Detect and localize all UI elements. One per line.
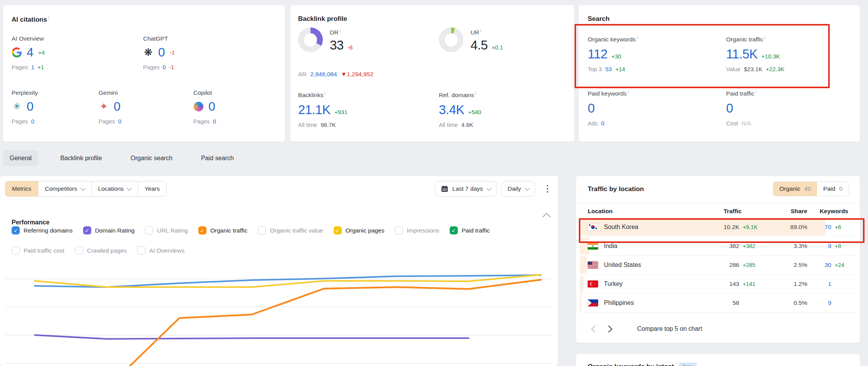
- keywords-value[interactable]: 70: [807, 224, 831, 231]
- url-rating-donut: [439, 27, 464, 52]
- ai-citation-chatgpt: ChatGPT❋0-1Pages0-1: [143, 35, 226, 70]
- toggle-organic[interactable]: Organic40: [773, 182, 817, 196]
- metric-label-text: Organic keywords: [588, 36, 636, 43]
- checkbox-ai-overviews[interactable]: AI Overviews: [137, 246, 184, 255]
- metric-label-text: Organic traffic: [726, 36, 763, 43]
- location-name: South Korea: [604, 224, 638, 231]
- segment-metrics[interactable]: Metrics: [5, 181, 38, 197]
- tab-organic-search[interactable]: Organic search: [124, 151, 179, 166]
- date-range-button[interactable]: Last 7 days: [435, 181, 497, 197]
- ai-citations-delta: -1: [170, 49, 175, 56]
- keywords-cell: 9+8: [807, 243, 848, 250]
- kr-flag-icon: [588, 224, 598, 231]
- checkbox-impressions[interactable]: Impressions: [395, 226, 439, 234]
- backlinks-label: Backlinksi: [298, 91, 348, 99]
- checkbox-organic-traffic-value[interactable]: Organic traffic value: [258, 226, 323, 234]
- checkbox-domain-rating[interactable]: ✓Domain Rating: [83, 226, 135, 234]
- checkbox-paid-traffic-cost[interactable]: Paid traffic cost: [12, 246, 65, 255]
- collapse-section-icon[interactable]: [542, 213, 551, 221]
- sub-value: Top 3: [588, 66, 602, 72]
- next-page-button[interactable]: [602, 322, 616, 336]
- ai-citations-title: AI citationsi: [12, 15, 49, 24]
- location-cell: South Korea: [588, 224, 696, 231]
- ai-source-label: AI Overview: [12, 35, 95, 42]
- tab-backlink-profile[interactable]: Backlink profile: [54, 151, 109, 166]
- backlinks-value[interactable]: 21.1K: [298, 103, 331, 116]
- sub-value: 0: [118, 118, 121, 125]
- keywords-value[interactable]: 9: [807, 243, 831, 250]
- column-header-traffic: Traffic: [696, 208, 761, 215]
- sub-value: Pages: [99, 118, 115, 125]
- ar-value[interactable]: 2,848,084: [310, 71, 337, 78]
- backlinks-alltime-label: All time: [298, 121, 317, 128]
- prev-page-button[interactable]: [588, 322, 602, 336]
- share-cell: 89.0%: [761, 224, 807, 231]
- keywords-cell: 30+24: [807, 262, 848, 269]
- chevron-right-icon: [605, 325, 612, 332]
- ai-source-label: Gemini: [99, 89, 182, 96]
- segment-years[interactable]: Years: [138, 181, 167, 197]
- sub-value: N/A: [742, 120, 751, 127]
- organic-traffic-block: Organic traffici11.5K+10.3KValue$23.1K+2…: [726, 35, 784, 72]
- checkbox-referring-domains[interactable]: ✓Referring domains: [12, 226, 73, 234]
- compare-top5-link[interactable]: Compare top 5 on chart: [637, 325, 702, 332]
- checkbox-box-icon: ✓: [198, 226, 206, 234]
- segment-label: Competitors: [45, 185, 77, 192]
- ai-pages-row: Pages0-1: [143, 64, 226, 70]
- organic-keywords-value[interactable]: 112: [588, 48, 607, 60]
- checkbox-paid-traffic[interactable]: ✓Paid traffic: [450, 226, 490, 234]
- location-row[interactable]: Philippines580.5%9: [580, 294, 856, 313]
- toggle-paid[interactable]: Paid0: [817, 182, 849, 196]
- column-header-location: Location: [588, 208, 696, 215]
- dr-label: DRi: [330, 28, 353, 36]
- ai-citation-ai-overview: AI Overview4+4Pages1+1: [12, 35, 95, 70]
- checkbox-organic-traffic[interactable]: ✓Organic traffic: [198, 226, 247, 234]
- tr-flag-icon: [588, 280, 598, 287]
- tab-general[interactable]: General: [3, 151, 38, 166]
- info-icon: i: [764, 35, 765, 40]
- organic-traffic-subrow: Value$23.1K+22.3K: [726, 66, 784, 72]
- metric-checkbox-row-2: Paid traffic costCrawled pagesAI Overvie…: [12, 246, 184, 255]
- paid-keywords-label: Paid keywordsi: [588, 89, 629, 97]
- sub-value: -1: [169, 64, 174, 70]
- location-name: Philippines: [604, 299, 634, 306]
- column-header-keywords: Keywords: [807, 208, 848, 215]
- segment-label: Locations: [98, 185, 124, 192]
- paid-traffic-block: Paid traffici0CostN/A: [726, 89, 756, 127]
- keywords-cell: 1: [807, 280, 848, 287]
- checkbox-organic-pages[interactable]: ✓Organic pages: [334, 226, 385, 234]
- checkbox-url-rating[interactable]: URL Rating: [145, 226, 188, 234]
- location-row[interactable]: India382+3823.3%9+8: [580, 237, 856, 256]
- traffic-by-location-title: Traffic by location: [588, 185, 644, 193]
- ref-domains-value[interactable]: 3.4K: [439, 103, 464, 116]
- traffic-delta: +382: [739, 243, 761, 249]
- checkbox-box-icon: ✓: [12, 226, 20, 234]
- segment-locations[interactable]: Locations: [91, 181, 138, 197]
- location-row[interactable]: Turkey143+1411.2%1: [580, 275, 856, 294]
- traffic-value: 10.2K: [696, 224, 739, 231]
- more-options-button[interactable]: [543, 183, 553, 195]
- sub-value: Value: [726, 66, 740, 72]
- keywords-value[interactable]: 30: [807, 262, 831, 269]
- paid-traffic-subrow: CostN/A: [726, 120, 756, 127]
- us-flag-icon: [588, 262, 598, 269]
- segment-label: Metrics: [12, 185, 31, 192]
- paid-traffic-value[interactable]: 0: [726, 102, 733, 115]
- ai-pages-row: Pages0: [193, 118, 276, 125]
- keywords-value[interactable]: 1: [807, 280, 831, 287]
- ur-value: 4.5: [471, 39, 488, 51]
- segment-competitors[interactable]: Competitors: [38, 181, 92, 197]
- traffic-value: 286: [696, 262, 739, 269]
- checkbox-crawled-pages[interactable]: Crawled pages: [75, 246, 127, 255]
- tab-paid-search[interactable]: Paid search: [194, 151, 240, 166]
- granularity-button[interactable]: Daily: [501, 181, 535, 197]
- ai-citation-gemini: Gemini✦0Pages0: [99, 89, 182, 125]
- paid-keywords-value[interactable]: 0: [588, 102, 595, 115]
- paid-keywords-block: Paid keywordsi0Ads0: [588, 89, 629, 127]
- location-row[interactable]: South Korea10.2K+9.1K89.0%70+6: [580, 218, 856, 237]
- checkbox-box-icon: ✓: [83, 226, 91, 234]
- location-row[interactable]: United States286+2852.5%30+24: [580, 256, 856, 275]
- ai-value-row: 0: [193, 100, 276, 113]
- organic-traffic-value[interactable]: 11.5K: [726, 48, 757, 60]
- keywords-value[interactable]: 9: [807, 299, 831, 306]
